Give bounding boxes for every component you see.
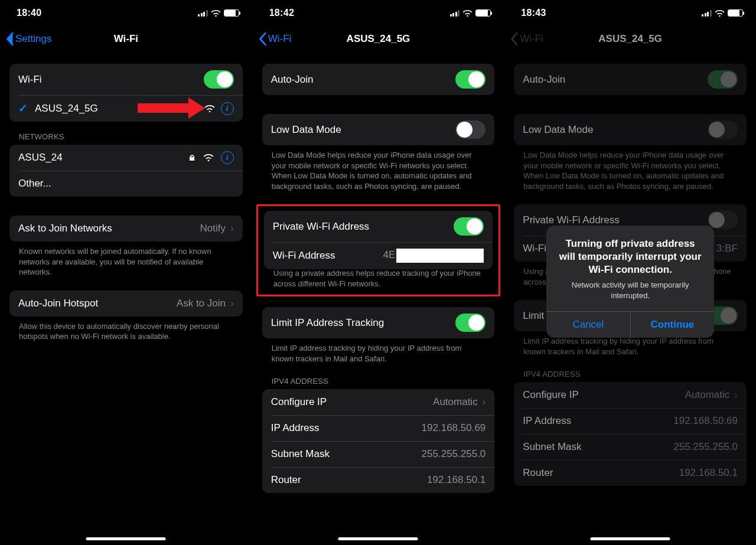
cellular-icon — [702, 10, 712, 17]
wifi-icon — [462, 9, 472, 17]
network-detail-alert-screen: 18:43 Wi-Fi ASUS_24_5G Auto-Join — [504, 0, 756, 545]
cancel-button[interactable]: Cancel — [546, 312, 630, 338]
ip-address-value: 192.168.50.69 — [673, 415, 738, 427]
back-label: Wi-Fi — [268, 33, 292, 45]
ask-to-join-label: Ask to Join Networks — [18, 223, 200, 234]
alert-title: Turning off private address will tempora… — [557, 237, 703, 276]
auto-join-hotspot-value: Ask to Join — [177, 298, 226, 309]
battery-icon — [728, 9, 743, 17]
home-indicator[interactable] — [86, 537, 166, 540]
auto-join-hotspot-label: Auto-Join Hotspot — [18, 298, 177, 309]
other-label: Other... — [18, 178, 234, 190]
connected-network-row[interactable]: ✓ ASUS_24_5G i — [9, 95, 243, 122]
low-data-mode-row[interactable]: Low Data Mode — [262, 114, 495, 145]
chevron-right-icon: › — [483, 396, 486, 408]
wifi-icon — [715, 9, 725, 17]
wifi-address-label: Wi-Fi Address — [273, 250, 383, 262]
auto-join-label: Auto-Join — [523, 74, 708, 86]
annotation-highlight: Private Wi-Fi Address Wi-Fi Address 4E U… — [256, 204, 501, 296]
chevron-left-icon — [259, 32, 267, 45]
continue-button[interactable]: Continue — [630, 312, 715, 338]
wifi-address-value: 3:BF — [716, 243, 738, 254]
low-data-mode-row: Low Data Mode — [514, 114, 747, 145]
status-time: 18:40 — [17, 8, 41, 18]
back-button: Wi-Fi — [510, 32, 543, 45]
back-label: Wi-Fi — [520, 33, 543, 45]
low-data-mode-switch[interactable] — [455, 120, 485, 139]
network-name: ASUS_24 — [18, 152, 188, 164]
nav-title: ASUS_24_5G — [347, 33, 410, 45]
nav-title: Wi-Fi — [114, 33, 138, 45]
router-row: Router 192.168.50.1 — [514, 460, 747, 486]
nav-bar: Wi-Fi ASUS_24_5G — [253, 26, 504, 52]
low-data-mode-help: Low Data Mode helps reduce your iPhone d… — [253, 150, 504, 204]
status-icons — [198, 9, 239, 17]
limit-ip-tracking-row[interactable]: Limit IP Address Tracking — [262, 307, 495, 338]
status-time: 18:43 — [521, 8, 546, 18]
router-row: Router 192.168.50.1 — [262, 467, 495, 493]
network-row[interactable]: ASUS_24 🔒︎ i — [9, 145, 243, 171]
configure-ip-label: Configure IP — [271, 396, 433, 408]
subnet-mask-label: Subnet Mask — [271, 448, 422, 460]
info-icon[interactable]: i — [221, 102, 234, 115]
ask-to-join-help: Known networks will be joined automatica… — [0, 246, 252, 291]
auto-join-hotspot-help: Allow this device to automatically disco… — [0, 321, 252, 355]
ip-address-row: IP Address 192.168.50.69 — [514, 408, 747, 434]
wifi-icon — [211, 9, 221, 17]
private-wifi-address-label: Private Wi-Fi Address — [523, 214, 708, 226]
info-icon[interactable]: i — [221, 151, 234, 164]
chevron-left-icon — [6, 32, 14, 45]
nav-bar: Settings Wi-Fi — [0, 26, 252, 52]
subnet-mask-value: 255.255.255.0 — [673, 441, 738, 453]
configure-ip-row[interactable]: Configure IP Automatic › — [262, 389, 495, 415]
nav-bar: Wi-Fi ASUS_24_5G — [504, 26, 756, 52]
other-network-row[interactable]: Other... — [9, 171, 243, 197]
auto-join-label: Auto-Join — [271, 74, 456, 86]
confirmation-alert: Turning off private address will tempora… — [546, 226, 714, 338]
low-data-mode-label: Low Data Mode — [271, 124, 456, 136]
auto-join-row[interactable]: Auto-Join — [262, 64, 495, 95]
wifi-switch[interactable] — [204, 70, 234, 89]
wifi-label: Wi-Fi — [18, 74, 204, 86]
status-bar: 18:42 — [253, 0, 504, 26]
subnet-mask-label: Subnet Mask — [523, 441, 673, 453]
home-indicator[interactable] — [591, 537, 670, 540]
wifi-toggle-row[interactable]: Wi-Fi — [9, 64, 243, 95]
auto-join-hotspot-row[interactable]: Auto-Join Hotspot Ask to Join › — [9, 291, 243, 316]
low-data-mode-help: Low Data Mode helps reduce your iPhone d… — [504, 150, 756, 204]
private-wifi-help: Using a private address helps reduce tra… — [264, 268, 493, 290]
back-label: Settings — [15, 33, 51, 45]
lock-icon: 🔒︎ — [188, 154, 196, 162]
private-wifi-address-switch — [708, 211, 738, 229]
router-value: 192.168.50.1 — [427, 474, 485, 486]
battery-icon — [475, 9, 491, 17]
ipv4-header: IPV4 ADDRESS — [253, 377, 504, 389]
back-button[interactable]: Settings — [6, 32, 51, 45]
ask-to-join-row[interactable]: Ask to Join Networks Notify › — [9, 216, 243, 242]
limit-ip-tracking-help: Limit IP address tracking by hiding your… — [504, 336, 756, 370]
private-wifi-address-label: Private Wi-Fi Address — [273, 221, 454, 233]
home-indicator[interactable] — [338, 537, 418, 540]
nav-title: ASUS_24_5G — [598, 33, 662, 45]
cellular-icon — [198, 10, 208, 17]
auto-join-switch — [708, 70, 738, 89]
wifi-signal-icon — [204, 105, 215, 113]
connected-network-name: ASUS_24_5G — [35, 103, 204, 115]
chevron-right-icon: › — [230, 223, 234, 234]
status-icons — [702, 9, 743, 17]
cellular-icon — [450, 10, 460, 17]
ip-address-row: IP Address 192.168.50.69 — [262, 415, 495, 441]
limit-ip-tracking-switch[interactable] — [455, 314, 485, 332]
subnet-mask-row: Subnet Mask 255.255.255.0 — [514, 434, 747, 460]
auto-join-switch[interactable] — [455, 70, 485, 89]
limit-ip-tracking-help: Limit IP address tracking by hiding your… — [253, 343, 504, 377]
private-wifi-address-switch[interactable] — [454, 217, 484, 236]
router-label: Router — [271, 474, 427, 486]
ip-address-label: IP Address — [271, 422, 422, 434]
private-wifi-address-row[interactable]: Private Wi-Fi Address — [264, 211, 493, 242]
ip-address-value: 192.168.50.69 — [422, 422, 486, 434]
configure-ip-value: Automatic — [433, 396, 478, 408]
configure-ip-row: Configure IP Automatic › — [514, 382, 747, 408]
back-button[interactable]: Wi-Fi — [259, 32, 292, 45]
ask-to-join-value: Notify — [200, 223, 226, 234]
